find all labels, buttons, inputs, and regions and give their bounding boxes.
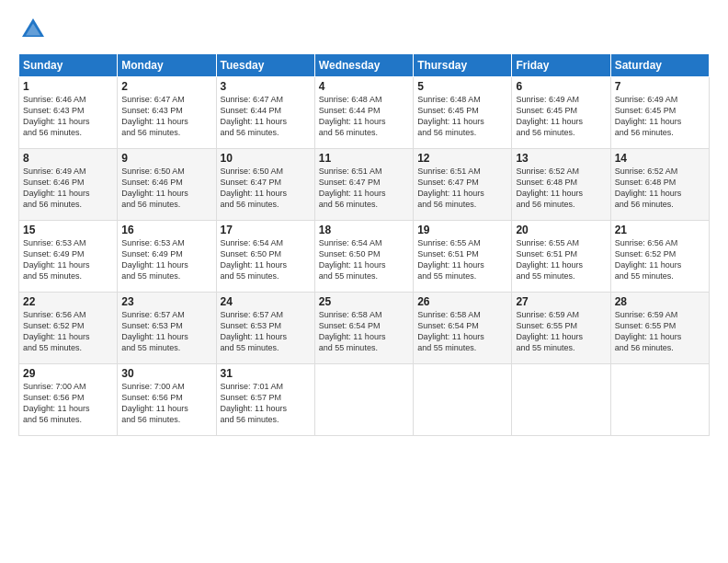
- calendar-cell: 18Sunrise: 6:54 AM Sunset: 6:50 PM Dayli…: [314, 221, 413, 293]
- day-info: Sunrise: 6:51 AM Sunset: 6:47 PM Dayligh…: [319, 166, 409, 211]
- day-number: 12: [417, 152, 507, 165]
- day-info: Sunrise: 6:53 AM Sunset: 6:49 PM Dayligh…: [23, 237, 113, 282]
- calendar-cell: 3Sunrise: 6:47 AM Sunset: 6:44 PM Daylig…: [216, 77, 314, 149]
- calendar-cell: 31Sunrise: 7:01 AM Sunset: 6:57 PM Dayli…: [216, 364, 314, 436]
- day-number: 21: [615, 224, 705, 236]
- calendar-cell: [314, 364, 413, 436]
- calendar-header-sunday: Sunday: [19, 54, 118, 77]
- calendar-cell: 26Sunrise: 6:58 AM Sunset: 6:54 PM Dayli…: [414, 293, 512, 364]
- day-number: 3: [221, 80, 311, 93]
- calendar-cell: [414, 364, 512, 436]
- day-number: 25: [319, 295, 409, 308]
- calendar-week-3: 15Sunrise: 6:53 AM Sunset: 6:49 PM Dayli…: [19, 221, 710, 293]
- day-number: 31: [221, 367, 311, 380]
- day-info: Sunrise: 6:55 AM Sunset: 6:51 PM Dayligh…: [417, 237, 507, 282]
- calendar-cell: 4Sunrise: 6:48 AM Sunset: 6:44 PM Daylig…: [314, 77, 413, 149]
- calendar-cell: 28Sunrise: 6:59 AM Sunset: 6:55 PM Dayli…: [610, 293, 709, 364]
- header: [18, 15, 710, 44]
- day-info: Sunrise: 6:59 AM Sunset: 6:55 PM Dayligh…: [615, 309, 705, 354]
- calendar-cell: 23Sunrise: 6:57 AM Sunset: 6:53 PM Dayli…: [118, 293, 216, 364]
- day-number: 13: [516, 152, 606, 165]
- day-number: 11: [319, 152, 409, 165]
- day-number: 7: [615, 80, 705, 93]
- calendar-header-saturday: Saturday: [610, 54, 709, 77]
- calendar-cell: 9Sunrise: 6:50 AM Sunset: 6:46 PM Daylig…: [118, 149, 216, 221]
- calendar-header-tuesday: Tuesday: [216, 54, 314, 77]
- calendar-cell: 8Sunrise: 6:49 AM Sunset: 6:46 PM Daylig…: [19, 149, 118, 221]
- calendar-cell: 17Sunrise: 6:54 AM Sunset: 6:50 PM Dayli…: [216, 221, 314, 293]
- day-info: Sunrise: 7:00 AM Sunset: 6:56 PM Dayligh…: [121, 381, 211, 426]
- calendar-cell: 30Sunrise: 7:00 AM Sunset: 6:56 PM Dayli…: [118, 364, 216, 436]
- day-info: Sunrise: 6:47 AM Sunset: 6:44 PM Dayligh…: [221, 94, 311, 139]
- calendar-cell: 10Sunrise: 6:50 AM Sunset: 6:47 PM Dayli…: [216, 149, 314, 221]
- day-info: Sunrise: 6:52 AM Sunset: 6:48 PM Dayligh…: [516, 166, 606, 211]
- calendar-header-thursday: Thursday: [414, 54, 512, 77]
- day-info: Sunrise: 6:57 AM Sunset: 6:53 PM Dayligh…: [221, 309, 311, 354]
- calendar-cell: 20Sunrise: 6:55 AM Sunset: 6:51 PM Dayli…: [512, 221, 610, 293]
- day-info: Sunrise: 6:49 AM Sunset: 6:45 PM Dayligh…: [615, 94, 705, 139]
- day-number: 17: [221, 224, 311, 236]
- calendar-week-4: 22Sunrise: 6:56 AM Sunset: 6:52 PM Dayli…: [19, 293, 710, 364]
- page: SundayMondayTuesdayWednesdayThursdayFrid…: [0, 0, 728, 563]
- calendar-cell: 5Sunrise: 6:48 AM Sunset: 6:45 PM Daylig…: [414, 77, 512, 149]
- day-info: Sunrise: 6:59 AM Sunset: 6:55 PM Dayligh…: [516, 309, 606, 354]
- calendar-cell: 14Sunrise: 6:52 AM Sunset: 6:48 PM Dayli…: [610, 149, 709, 221]
- calendar-cell: 22Sunrise: 6:56 AM Sunset: 6:52 PM Dayli…: [19, 293, 118, 364]
- day-number: 2: [121, 80, 211, 93]
- calendar-cell: 12Sunrise: 6:51 AM Sunset: 6:47 PM Dayli…: [414, 149, 512, 221]
- calendar-cell: [610, 364, 709, 436]
- day-info: Sunrise: 6:46 AM Sunset: 6:43 PM Dayligh…: [23, 94, 113, 139]
- day-number: 26: [417, 295, 507, 308]
- logo-icon: [18, 15, 48, 44]
- day-info: Sunrise: 6:57 AM Sunset: 6:53 PM Dayligh…: [121, 309, 211, 354]
- day-number: 14: [615, 152, 705, 165]
- day-info: Sunrise: 7:00 AM Sunset: 6:56 PM Dayligh…: [23, 381, 113, 426]
- day-number: 24: [221, 295, 311, 308]
- day-info: Sunrise: 6:53 AM Sunset: 6:49 PM Dayligh…: [121, 237, 211, 282]
- day-info: Sunrise: 6:49 AM Sunset: 6:46 PM Dayligh…: [23, 166, 113, 211]
- calendar-cell: 11Sunrise: 6:51 AM Sunset: 6:47 PM Dayli…: [314, 149, 413, 221]
- day-number: 23: [121, 295, 211, 308]
- calendar-week-5: 29Sunrise: 7:00 AM Sunset: 6:56 PM Dayli…: [19, 364, 710, 436]
- day-number: 18: [319, 224, 409, 236]
- day-number: 30: [121, 367, 211, 380]
- day-number: 20: [516, 224, 606, 236]
- logo: [18, 15, 51, 44]
- day-number: 15: [23, 224, 113, 236]
- calendar-cell: 29Sunrise: 7:00 AM Sunset: 6:56 PM Dayli…: [19, 364, 118, 436]
- day-info: Sunrise: 6:55 AM Sunset: 6:51 PM Dayligh…: [516, 237, 606, 282]
- day-info: Sunrise: 6:51 AM Sunset: 6:47 PM Dayligh…: [417, 166, 507, 211]
- day-info: Sunrise: 6:54 AM Sunset: 6:50 PM Dayligh…: [319, 237, 409, 282]
- calendar-cell: 16Sunrise: 6:53 AM Sunset: 6:49 PM Dayli…: [118, 221, 216, 293]
- calendar-cell: 1Sunrise: 6:46 AM Sunset: 6:43 PM Daylig…: [19, 77, 118, 149]
- day-info: Sunrise: 6:48 AM Sunset: 6:45 PM Dayligh…: [417, 94, 507, 139]
- calendar-cell: 15Sunrise: 6:53 AM Sunset: 6:49 PM Dayli…: [19, 221, 118, 293]
- calendar-cell: 21Sunrise: 6:56 AM Sunset: 6:52 PM Dayli…: [610, 221, 709, 293]
- day-info: Sunrise: 6:49 AM Sunset: 6:45 PM Dayligh…: [516, 94, 606, 139]
- day-number: 4: [319, 80, 409, 93]
- day-info: Sunrise: 7:01 AM Sunset: 6:57 PM Dayligh…: [221, 381, 311, 426]
- calendar-cell: 27Sunrise: 6:59 AM Sunset: 6:55 PM Dayli…: [512, 293, 610, 364]
- day-number: 1: [23, 80, 113, 93]
- calendar-header-friday: Friday: [512, 54, 610, 77]
- day-info: Sunrise: 6:50 AM Sunset: 6:46 PM Dayligh…: [121, 166, 211, 211]
- calendar-cell: 6Sunrise: 6:49 AM Sunset: 6:45 PM Daylig…: [512, 77, 610, 149]
- calendar-cell: 24Sunrise: 6:57 AM Sunset: 6:53 PM Dayli…: [216, 293, 314, 364]
- day-info: Sunrise: 6:52 AM Sunset: 6:48 PM Dayligh…: [615, 166, 705, 211]
- day-number: 8: [23, 152, 113, 165]
- day-number: 22: [23, 295, 113, 308]
- day-info: Sunrise: 6:50 AM Sunset: 6:47 PM Dayligh…: [221, 166, 311, 211]
- day-info: Sunrise: 6:58 AM Sunset: 6:54 PM Dayligh…: [417, 309, 507, 354]
- calendar-header-monday: Monday: [118, 54, 216, 77]
- day-number: 6: [516, 80, 606, 93]
- day-info: Sunrise: 6:47 AM Sunset: 6:43 PM Dayligh…: [121, 94, 211, 139]
- day-number: 29: [23, 367, 113, 380]
- day-info: Sunrise: 6:54 AM Sunset: 6:50 PM Dayligh…: [221, 237, 311, 282]
- calendar-cell: 2Sunrise: 6:47 AM Sunset: 6:43 PM Daylig…: [118, 77, 216, 149]
- calendar-cell: [512, 364, 610, 436]
- calendar-week-2: 8Sunrise: 6:49 AM Sunset: 6:46 PM Daylig…: [19, 149, 710, 221]
- calendar-cell: 25Sunrise: 6:58 AM Sunset: 6:54 PM Dayli…: [314, 293, 413, 364]
- calendar-cell: 7Sunrise: 6:49 AM Sunset: 6:45 PM Daylig…: [610, 77, 709, 149]
- calendar-cell: 19Sunrise: 6:55 AM Sunset: 6:51 PM Dayli…: [414, 221, 512, 293]
- calendar-week-1: 1Sunrise: 6:46 AM Sunset: 6:43 PM Daylig…: [19, 77, 710, 149]
